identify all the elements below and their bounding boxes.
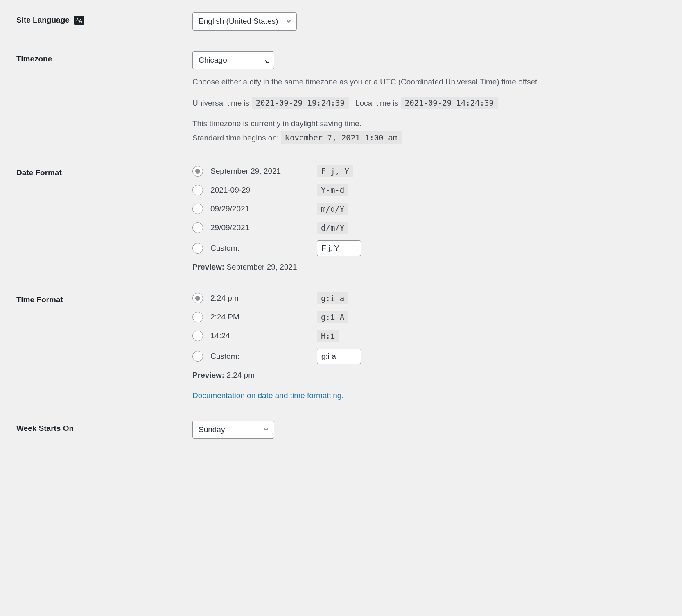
date-format-radio[interactable] [192,222,203,233]
date-format-option-token: d/m/Y [317,222,348,234]
date-format-row: Date Format September 29, 2021F j, Y2021… [16,165,666,272]
date-format-custom-row: Custom: [192,240,666,256]
date-format-radio-custom[interactable] [192,243,203,254]
timezone-row: Timezone Chicago Choose either a city in… [16,51,666,145]
time-format-option-token: g:i a [317,292,348,304]
date-format-option-row: September 29, 2021F j, Y [192,165,666,177]
local-prefix: . Local time is [351,99,400,107]
week-starts-select-wrap[interactable]: Sunday [192,421,274,439]
site-language-select-wrap[interactable]: English (United States) [192,12,297,31]
date-format-label: Date Format [16,165,192,177]
week-starts-select[interactable]: Sunday [192,421,274,439]
std-suffix: . [404,134,406,142]
time-format-radio-custom[interactable] [192,351,203,362]
time-format-option-row: 2:24 pmg:i a [192,292,666,304]
dst-info: This timezone is currently in daylight s… [192,118,666,130]
local-time-value: 2021-09-29 14:24:39 [401,97,498,109]
week-starts-label: Week Starts On [16,421,192,433]
date-format-preview: Preview: September 29, 2021 [192,263,666,272]
local-suffix: . [500,99,502,107]
time-format-option-row: 2:24 PMg:i A [192,311,666,323]
timezone-description: Choose either a city in the same timezon… [192,76,666,145]
timezone-label-text: Timezone [16,54,52,63]
time-format-label-text: Time Format [16,295,63,304]
date-time-doc-link[interactable]: Documentation on date and time formattin… [192,391,341,400]
date-format-radio[interactable] [192,185,203,195]
time-format-radio[interactable] [192,331,203,341]
time-format-option-token: H:i [317,330,339,342]
time-format-custom-label: Custom: [210,352,317,361]
date-format-option-display: 2021-09-29 [210,186,317,195]
date-format-option-token: m/d/Y [317,203,348,215]
utc-prefix: Universal time is [192,99,252,107]
site-language-label: Site Language [16,12,192,25]
site-language-row: Site Language English (United States) [16,12,666,31]
time-format-custom-row: Custom: [192,349,666,364]
week-starts-row: Week Starts On Sunday [16,421,666,439]
time-format-option-display: 2:24 PM [210,313,317,322]
time-format-option-row: 14:24H:i [192,330,666,342]
date-format-option-display: 29/09/2021 [210,223,317,232]
timezone-select[interactable]: Chicago [192,51,274,70]
date-format-option-token: F j, Y [317,165,353,177]
time-format-option-display: 14:24 [210,331,317,340]
date-format-option-display: September 29, 2021 [210,167,317,176]
utc-time-value: 2021-09-29 19:24:39 [252,97,349,109]
time-format-custom-input[interactable] [317,349,361,364]
preview-label: Preview: [192,263,224,271]
timezone-label: Timezone [16,51,192,63]
site-language-label-text: Site Language [16,16,70,25]
date-format-content: September 29, 2021F j, Y2021-09-29Y-m-d0… [192,165,666,272]
date-format-option-row: 29/09/2021d/m/Y [192,222,666,234]
timezone-select-wrap[interactable]: Chicago [192,51,274,70]
doc-link-line: Documentation on date and time formattin… [192,391,666,400]
time-format-preview: Preview: 2:24 pm [192,371,666,380]
timezone-hint: Choose either a city in the same timezon… [192,76,666,88]
date-format-option-token: Y-m-d [317,184,348,196]
date-format-options: September 29, 2021F j, Y2021-09-29Y-m-d0… [192,165,666,234]
date-format-custom-label: Custom: [210,244,317,253]
timezone-times: Universal time is 2021-09-29 19:24:39 . … [192,97,666,109]
date-format-option-row: 09/29/2021m/d/Y [192,203,666,215]
date-format-option-row: 2021-09-29Y-m-d [192,184,666,196]
date-format-preview-value: September 29, 2021 [226,263,297,271]
time-format-content: 2:24 pmg:i a2:24 PMg:i A14:24H:i Custom:… [192,292,666,400]
preview-label: Preview: [192,371,224,379]
date-format-radio[interactable] [192,204,203,214]
timezone-content: Chicago Choose either a city in the same… [192,51,666,145]
translate-icon [74,16,84,25]
site-language-content: English (United States) [192,12,666,31]
date-format-option-display: 09/29/2021 [210,204,317,213]
std-prefix: Standard time begins on: [192,134,281,142]
doc-link-suffix: . [341,391,343,400]
site-language-select[interactable]: English (United States) [192,12,297,31]
date-format-label-text: Date Format [16,168,62,177]
time-format-preview-value: 2:24 pm [226,371,255,379]
date-format-custom-input[interactable] [317,240,361,256]
time-format-option-display: 2:24 pm [210,294,317,303]
time-format-radio[interactable] [192,293,203,303]
time-format-label: Time Format [16,292,192,304]
time-format-option-token: g:i A [317,311,348,323]
date-format-radio[interactable] [192,166,203,177]
time-format-row: Time Format 2:24 pmg:i a2:24 PMg:i A14:2… [16,292,666,400]
week-starts-content: Sunday [192,421,666,439]
time-format-options: 2:24 pmg:i a2:24 PMg:i A14:24H:i [192,292,666,342]
time-format-radio[interactable] [192,312,203,322]
week-starts-label-text: Week Starts On [16,424,74,433]
std-time-value: November 7, 2021 1:00 am [281,131,402,144]
standard-time-info: Standard time begins on: November 7, 202… [192,131,666,144]
